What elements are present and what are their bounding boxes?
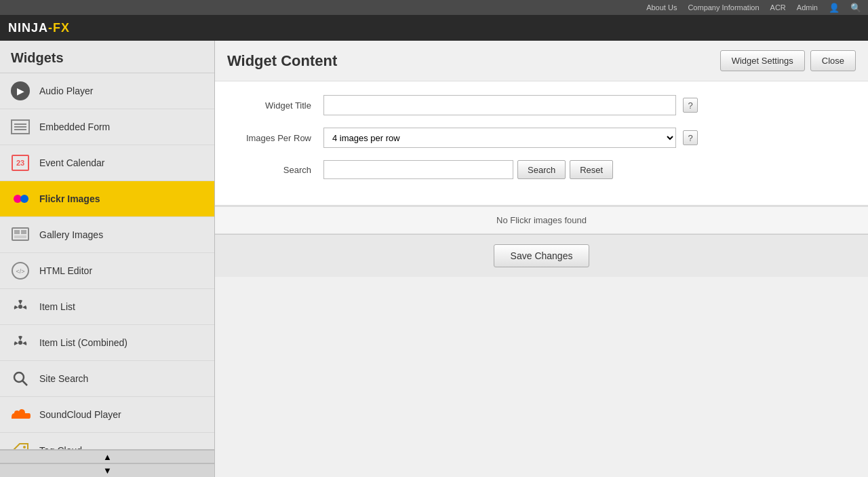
sidebar-scroll-down[interactable]: ▼ <box>0 463 215 477</box>
sidebar-item-site-search[interactable]: Site Search <box>0 361 214 397</box>
sidebar-item-tag-cloud[interactable]: Tag Cloud <box>0 433 214 449</box>
sidebar-item-label: Event Calendar <box>39 157 105 168</box>
sidebar-item-embedded-form[interactable]: Embedded Form <box>0 109 214 145</box>
sidebar-item-item-list-combined[interactable]: Item List (Combined) <box>0 325 214 361</box>
logo: NINJA-FX <box>8 21 70 35</box>
sidebar-item-html-editor[interactable]: </> HTML Editor <box>0 253 214 289</box>
images-per-row-help-button[interactable]: ? <box>683 130 698 145</box>
header-buttons: Widget Settings Close <box>720 50 856 71</box>
widget-title-row: Widget Title ? <box>215 95 868 115</box>
sidebar: Widgets ▶ Audio Player Embedded For <box>0 41 215 477</box>
search-icon: 🔍 <box>850 3 861 13</box>
images-per-row-select[interactable]: 1 image per row 2 images per row 3 image… <box>323 128 676 148</box>
soundcloud-icon <box>9 404 31 425</box>
sidebar-item-label: HTML Editor <box>39 265 92 276</box>
close-button[interactable]: Close <box>810 50 856 71</box>
images-per-row-control: 1 image per row 2 images per row 3 image… <box>323 128 676 148</box>
images-per-row-label: Images Per Row <box>229 133 323 143</box>
top-nav: About Us Company Information ACR Admin 👤… <box>0 0 868 15</box>
svg-rect-4 <box>21 230 26 234</box>
play-circle-icon: ▶ <box>9 80 31 102</box>
sidebar-item-label: Item List (Combined) <box>39 337 127 348</box>
svg-point-9 <box>18 341 22 345</box>
sidebar-item-gallery-images[interactable]: Gallery Images <box>0 217 214 253</box>
svg-rect-5 <box>14 235 26 238</box>
sidebar-item-label: Audio Player <box>39 85 93 96</box>
acr-link[interactable]: ACR <box>770 3 786 12</box>
search-input[interactable] <box>323 160 513 179</box>
form-icon <box>9 116 31 138</box>
reset-button[interactable]: Reset <box>570 160 613 179</box>
save-bar: Save Changes <box>215 234 868 277</box>
sidebar-item-audio-player[interactable]: ▶ Audio Player <box>0 73 214 109</box>
widget-title-input[interactable] <box>323 95 676 115</box>
search-controls: Search Reset <box>323 160 613 179</box>
content-header: Widget Content Widget Settings Close <box>215 41 868 81</box>
sidebar-item-label: Gallery Images <box>39 229 103 240</box>
user-icon: 👤 <box>829 3 840 13</box>
search-button[interactable]: Search <box>517 160 566 179</box>
content-area: Widget Content Widget Settings Close Wid… <box>215 41 868 477</box>
svg-point-12 <box>23 446 26 449</box>
sidebar-item-item-list[interactable]: Item List <box>0 289 214 325</box>
sidebar-item-event-calendar[interactable]: 23 Event Calendar <box>0 145 214 181</box>
widget-settings-button[interactable]: Widget Settings <box>720 50 805 71</box>
no-results-message: No Flickr images found <box>215 206 868 234</box>
sidebar-item-label: Embedded Form <box>39 121 110 132</box>
admin-link[interactable]: Admin <box>797 3 818 12</box>
radiation-combined-icon <box>9 332 31 354</box>
sidebar-scroll-up[interactable]: ▲ <box>0 450 215 463</box>
company-info-link[interactable]: Company Information <box>688 3 759 12</box>
main-layout: Widgets ▶ Audio Player Embedded For <box>0 41 868 477</box>
sidebar-item-flickr-images[interactable]: Flickr Images <box>0 181 214 217</box>
svg-point-1 <box>20 195 28 203</box>
calendar-icon: 23 <box>9 152 31 174</box>
sidebar-item-label: Tag Cloud <box>39 445 82 449</box>
search-icon <box>9 368 31 389</box>
save-changes-button[interactable]: Save Changes <box>494 244 590 267</box>
widget-title-control <box>323 95 676 115</box>
sidebar-item-label: SoundCloud Player <box>39 409 121 420</box>
svg-rect-3 <box>14 230 20 234</box>
flickr-icon <box>9 188 31 210</box>
sidebar-item-soundcloud-player[interactable]: SoundCloud Player <box>0 397 214 433</box>
svg-point-8 <box>18 305 22 309</box>
radiation-icon <box>9 296 31 318</box>
sidebar-item-label: Site Search <box>39 373 88 384</box>
widget-title-help-button[interactable]: ? <box>683 98 698 113</box>
sidebar-list: ▶ Audio Player Embedded Form 23 <box>0 73 214 449</box>
sidebar-item-label: Flickr Images <box>39 193 100 204</box>
svg-text:</>: </> <box>16 268 24 275</box>
sidebar-item-label: Item List <box>39 301 75 312</box>
search-row: Search Search Reset <box>215 160 868 179</box>
logo-bar: NINJA-FX <box>0 15 868 41</box>
tag-icon <box>9 440 31 449</box>
svg-line-11 <box>22 381 27 385</box>
content-title: Widget Content <box>227 52 337 70</box>
images-per-row-row: Images Per Row 1 image per row 2 images … <box>215 128 868 148</box>
html-icon: </> <box>9 260 31 282</box>
widget-form: Widget Title ? Images Per Row 1 image pe… <box>215 81 868 206</box>
gallery-icon <box>9 224 31 246</box>
sidebar-title: Widgets <box>0 41 214 73</box>
about-us-link[interactable]: About Us <box>646 3 677 12</box>
svg-point-10 <box>14 373 24 382</box>
widget-title-label: Widget Title <box>229 100 323 111</box>
search-label: Search <box>229 165 323 175</box>
